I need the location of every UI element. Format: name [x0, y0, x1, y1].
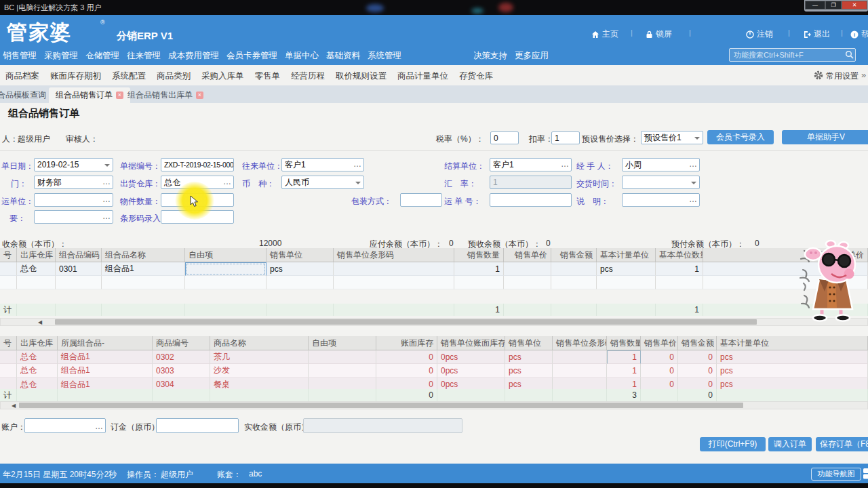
- grid-cell[interactable]: 组合品1: [58, 378, 153, 389]
- grid-cell[interactable]: 餐桌: [210, 378, 309, 389]
- grid-cell[interactable]: 计: [0, 304, 17, 316]
- grid-cell[interactable]: [56, 304, 102, 316]
- menu-item[interactable]: 决策支持: [472, 46, 509, 66]
- preset-price-select[interactable]: 预设售价1: [641, 131, 703, 144]
- lookup-icon[interactable]: …: [223, 176, 231, 188]
- grid-cell[interactable]: pcs: [505, 364, 553, 378]
- lookup-icon[interactable]: …: [95, 420, 103, 433]
- menu-item[interactable]: 会员卡券管理: [225, 46, 279, 66]
- horizontal-scrollbar[interactable]: ◀: [0, 401, 868, 409]
- delivery-time-select[interactable]: [622, 176, 700, 189]
- grid-cell[interactable]: [551, 276, 597, 289]
- tax-rate-input[interactable]: 0: [490, 131, 519, 144]
- menu-item[interactable]: 系统管理: [366, 46, 403, 66]
- grid-cell[interactable]: [641, 389, 678, 401]
- grid-cell[interactable]: [504, 262, 551, 276]
- lookup-icon[interactable]: …: [353, 158, 361, 170]
- grid-cell[interactable]: [0, 276, 17, 289]
- grid-cell[interactable]: [309, 350, 376, 364]
- grid-cell[interactable]: [17, 304, 56, 316]
- grid-cell[interactable]: 0303: [153, 364, 210, 378]
- scroll-left-icon[interactable]: ◀: [12, 403, 16, 409]
- print-button[interactable]: 打印(Ctrl+F9): [700, 437, 766, 451]
- grid-cell[interactable]: [153, 389, 210, 401]
- grid-cell[interactable]: 0: [376, 389, 437, 401]
- grid-cell[interactable]: 1: [607, 364, 641, 378]
- waybill-number-input[interactable]: [490, 193, 572, 207]
- grid-cell[interactable]: [553, 364, 607, 378]
- grid-cell[interactable]: 茶几: [210, 350, 309, 364]
- header-link-home[interactable]: 主页: [591, 28, 618, 40]
- grid-cell[interactable]: [210, 389, 309, 401]
- grid-cell[interactable]: 总仓: [17, 378, 58, 389]
- grid-cell[interactable]: [553, 378, 607, 389]
- handler-lookup[interactable]: 小周…: [622, 158, 700, 171]
- grid-cell[interactable]: 0: [376, 350, 437, 364]
- grid-cell[interactable]: [0, 262, 17, 276]
- grid-cell[interactable]: pcs: [267, 262, 334, 276]
- scroll-left-icon[interactable]: ◀: [38, 319, 42, 326]
- grid-cell[interactable]: pcs: [505, 378, 553, 389]
- grid-cell[interactable]: 0: [678, 350, 717, 364]
- deposit-input[interactable]: [156, 418, 239, 433]
- member-card-button[interactable]: 会员卡号录入: [707, 130, 774, 144]
- grid-cell[interactable]: 0: [376, 364, 437, 378]
- grid-cell[interactable]: 0: [641, 378, 678, 389]
- toolbar-item[interactable]: 商品档案: [5, 65, 39, 87]
- grid-cell[interactable]: 沙发: [210, 364, 309, 378]
- grid-cell[interactable]: 计: [0, 389, 17, 401]
- lookup-icon[interactable]: …: [102, 193, 111, 205]
- grid-cell[interactable]: [553, 389, 607, 401]
- common-settings-link[interactable]: 常用设置: [826, 70, 859, 82]
- grid-cell[interactable]: pcs: [717, 364, 868, 378]
- close-button[interactable]: ✕: [842, 1, 867, 9]
- grid-cell[interactable]: [504, 276, 551, 289]
- grid-cell[interactable]: [102, 304, 185, 316]
- summary-lookup[interactable]: …: [34, 210, 113, 224]
- load-order-button[interactable]: 调入订单: [768, 437, 812, 451]
- header-link-logout[interactable]: 注销: [746, 28, 773, 40]
- grid-cell[interactable]: [309, 378, 376, 389]
- close-icon[interactable]: ×: [196, 92, 203, 99]
- chevron-more-icon[interactable]: »: [861, 70, 866, 80]
- grid-cell[interactable]: 1: [656, 262, 703, 276]
- grid-cell[interactable]: pcs: [505, 350, 553, 364]
- grid-cell[interactable]: [56, 276, 102, 289]
- grid-cell[interactable]: 0301: [56, 262, 102, 276]
- grid-cell[interactable]: 0302: [153, 350, 210, 364]
- grid-cell[interactable]: [0, 364, 17, 378]
- grid-cell[interactable]: 0: [641, 350, 678, 364]
- grid-cell[interactable]: [102, 276, 185, 289]
- function-navigation-button[interactable]: 功能导航图: [811, 468, 861, 481]
- toolbar-item[interactable]: 账面库存期初: [50, 65, 101, 87]
- counterparty-lookup[interactable]: 客户1…: [281, 158, 364, 171]
- grid-cell[interactable]: 1: [656, 304, 703, 316]
- save-order-button[interactable]: 保存订单（F8）: [816, 437, 868, 451]
- grid-cell[interactable]: 3: [607, 389, 641, 401]
- bill-assistant-button[interactable]: 单据助手V: [782, 130, 868, 144]
- grid-cell[interactable]: [551, 304, 597, 316]
- discount-rate-input[interactable]: 1: [551, 131, 580, 144]
- function-search-input[interactable]: [729, 48, 856, 62]
- menu-item[interactable]: 往来管理: [125, 46, 162, 66]
- grid-cell[interactable]: [504, 304, 551, 316]
- toolbar-item[interactable]: 商品类别: [157, 65, 191, 87]
- grid-cell[interactable]: pcs: [717, 378, 868, 389]
- settle-unit-lookup[interactable]: 客户1…: [490, 158, 572, 171]
- menu-item[interactable]: 更多应用: [513, 46, 550, 66]
- panel-toggle-icon[interactable]: [863, 468, 868, 479]
- grid-cell[interactable]: 总仓: [17, 364, 58, 378]
- header-link-help[interactable]: i 帮: [850, 28, 868, 40]
- grid-cell[interactable]: 0: [678, 389, 717, 401]
- header-link-lockscreen[interactable]: 锁屏: [646, 28, 672, 40]
- grid-cell[interactable]: 1: [607, 378, 641, 389]
- grid-cell[interactable]: [309, 364, 376, 378]
- carrier-lookup[interactable]: …: [34, 193, 113, 207]
- grid-cell[interactable]: [267, 276, 334, 289]
- grid-cell[interactable]: [505, 389, 553, 401]
- horizontal-scrollbar[interactable]: ◀: [0, 318, 868, 326]
- menu-item[interactable]: 成本费用管理: [167, 46, 220, 66]
- toolbar-item[interactable]: 采购入库单: [201, 65, 244, 87]
- menu-item[interactable]: 仓储管理: [84, 46, 121, 66]
- tab-template-query[interactable]: 合品模板查询: [0, 87, 53, 103]
